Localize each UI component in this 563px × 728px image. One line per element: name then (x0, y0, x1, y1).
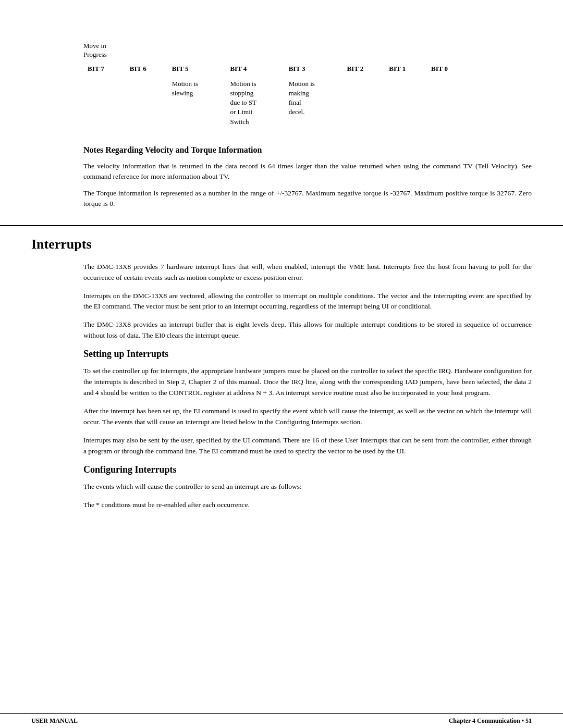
interrupts-intro-1: The DMC-13X8 provides 7 hardware interru… (83, 262, 532, 283)
col-bit2: BIT 2 (342, 63, 385, 75)
notes-paragraph-1: The velocity information that is returne… (83, 161, 532, 182)
page-container: Move inProgress BIT 7 BIT 6 BIT 5 BIT 4 … (0, 0, 563, 728)
col-bit7: BIT 7 (83, 63, 126, 75)
bit-table: BIT 7 BIT 6 BIT 5 BIT 4 BIT 3 BIT 2 BIT … (83, 63, 469, 130)
footer-left-label: USER MANUAL (31, 717, 78, 725)
desc-bit2 (342, 75, 385, 130)
col-bit0: BIT 0 (427, 63, 469, 75)
setting-up-para-2: After the interrupt has been set up, the… (83, 406, 532, 428)
interrupts-body: The DMC-13X8 provides 7 hardware interru… (83, 262, 532, 511)
table-section: Move inProgress BIT 7 BIT 6 BIT 5 BIT 4 … (83, 42, 563, 130)
interrupts-intro-2: Interrupts on the DMC-13X8 are vectored,… (83, 291, 532, 313)
notes-title: Notes Regarding Velocity and Torque Info… (83, 145, 532, 155)
page-footer: USER MANUAL Chapter 4 Communication • 51 (0, 713, 563, 728)
notes-paragraph-2: The Torque information is represented as… (83, 188, 532, 209)
desc-bit4: Motion isstoppingdue to STor LimitSwitch (226, 75, 284, 130)
desc-bit1 (385, 75, 427, 130)
desc-bit6 (126, 75, 168, 130)
setting-up-para-1: To set the controller up for interrupts,… (83, 366, 532, 399)
desc-bit0 (427, 75, 469, 130)
interrupts-intro-3: The DMC-13X8 provides an interrupt buffe… (83, 319, 532, 341)
footer-right-label: Chapter 4 Communication • 51 (449, 717, 532, 725)
setting-up-para-3: Interrupts may also be sent by the user,… (83, 435, 532, 457)
section-divider (0, 225, 563, 226)
col-bit6: BIT 6 (126, 63, 168, 75)
move-in-progress-label: Move inProgress (83, 42, 563, 59)
col-bit3: BIT 3 (285, 63, 343, 75)
setting-up-title: Setting up Interrupts (83, 349, 532, 360)
desc-bit5: Motion isslewing (168, 75, 226, 130)
desc-bit3: Motion ismakingfinaldecel. (285, 75, 343, 130)
col-bit1: BIT 1 (385, 63, 427, 75)
configuring-para-1: The events which will cause the controll… (83, 482, 532, 492)
notes-section: Notes Regarding Velocity and Torque Info… (83, 145, 532, 209)
configuring-para-2: The * conditions must be re-enabled afte… (83, 500, 532, 511)
col-bit4: BIT 4 (226, 63, 284, 75)
desc-bit7 (83, 75, 126, 130)
interrupts-main-title: Interrupts (31, 237, 532, 252)
configuring-title: Configuring Interrupts (83, 464, 532, 475)
col-bit5: BIT 5 (168, 63, 226, 75)
table-desc-row: Motion isslewing Motion isstoppingdue to… (83, 75, 469, 130)
interrupts-section: Interrupts The DMC-13X8 provides 7 hardw… (0, 237, 563, 511)
